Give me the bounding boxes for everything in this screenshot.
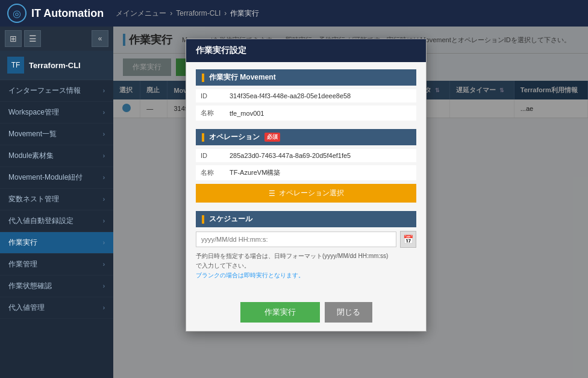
movement-id-label: ID [201,92,225,99]
sidebar-menu: インターフェース情報 › Workspace管理 › Movement一覧 › … [0,80,113,378]
modal-operation-section: オペレーション 必須 ID 285a23d0-7463-447a-8a69-20… [196,129,416,203]
sidebar-item-job-manage[interactable]: 作業管理 › [0,254,113,276]
breadcrumb-sep2: › [224,9,227,17]
app-header: ◎ IT Automation メインメニュー › Terraform-CLI … [0,0,588,27]
breadcrumb-sep1: › [170,9,172,17]
chevron-icon: › [103,261,105,268]
modal-body: 作業実行 Movement ID 314f35ea-f4f3-448e-aa28… [186,62,426,296]
modal-title: 作業実行設定 [186,39,426,62]
chevron-icon: › [103,304,105,311]
required-badge: 必須 [264,133,280,142]
sidebar-collapse-btn[interactable]: « [92,30,108,47]
schedule-note: 予約日時を指定する場合は、日時フォーマット(yyyy/MM/dd HH:mm:s… [196,251,416,280]
schedule-input[interactable] [196,232,396,247]
modal-footer: 作業実行 閉じる [186,296,426,331]
grid-icon-btn[interactable]: ⊞ [5,30,22,47]
section-bar [202,215,204,224]
modal-schedule-section: スケジュール 📅 予約日時を指定する場合は、日時フォーマット(yyyy/MM/d… [196,211,416,280]
breadcrumb-terraform[interactable]: Terraform-CLI [176,9,220,17]
operation-section-header: オペレーション 必須 [196,129,416,145]
logo: ◎ IT Automation [7,4,104,23]
app-title: IT Automation [31,7,104,20]
sidebar-item-movement-module[interactable]: Movement-Module紐付 › [0,167,113,189]
modal-overlay: 作業実行設定 作業実行 Movement ID 314f35ea-f4f3-44… [113,27,588,378]
modal-close-button[interactable]: 閉じる [325,302,372,323]
movement-name-label: 名称 [201,109,225,118]
operation-name-row: 名称 TF-AzureVM構築 [196,165,416,180]
sidebar-item-module[interactable]: Module素材集 › [0,145,113,167]
operation-id-label: ID [201,152,225,159]
chevron-icon: › [103,283,105,289]
sidebar-app-item: TF Terraform-CLI [0,51,113,80]
chevron-icon: › [103,131,105,137]
section-bar [202,133,204,142]
chevron-icon: › [103,196,105,203]
chevron-icon: › [103,109,105,116]
modal-execute-button[interactable]: 作業実行 [240,302,320,323]
sidebar-item-interface[interactable]: インターフェース情報 › [0,80,113,102]
movement-name-row: 名称 tfe_mov001 [196,106,416,121]
breadcrumb: メインメニュー › Terraform-CLI › 作業実行 [116,8,259,19]
schedule-section-header: スケジュール [196,211,416,227]
chevron-icon: › [103,218,105,224]
operation-name-value: TF-AzureVM構築 [230,168,411,177]
operation-id-value: 285a23d0-7463-447a-8a69-20d5f4ef1fe5 [230,152,411,159]
app-name: Terraform-CLI [29,61,81,70]
sidebar-item-substitution-manage[interactable]: 代入値管理 › [0,297,113,319]
list-icon: ☰ [269,189,275,198]
logo-icon: ◎ [7,4,27,23]
chevron-icon: › [103,239,105,246]
movement-section-header: 作業実行 Movement [196,69,416,86]
breadcrumb-current: 作業実行 [230,8,259,19]
list-icon-btn[interactable]: ☰ [24,30,41,47]
movement-id-value: 314f35ea-f4f3-448e-aa28-05e1deee8e58 [230,92,411,99]
movement-name-value: tfe_mov001 [230,110,411,117]
sidebar-item-workspace[interactable]: Workspace管理 › [0,102,113,124]
sidebar-item-movement-list[interactable]: Movement一覧 › [0,124,113,145]
sidebar-item-variable-nest[interactable]: 変数ネスト管理 › [0,189,113,210]
breadcrumb-main[interactable]: メインメニュー [116,8,166,19]
chevron-icon: › [103,87,105,94]
schedule-input-row: 📅 [196,231,416,248]
sidebar-item-execute[interactable]: 作業実行 › [0,232,113,254]
app-icon: TF [7,57,24,74]
calendar-button[interactable]: 📅 [400,231,416,248]
sidebar-top-icons: ⊞ ☰ « [0,27,113,51]
operation-id-row: ID 285a23d0-7463-447a-8a69-20d5f4ef1fe5 [196,149,416,162]
operation-select-button[interactable]: ☰ オペレーション選択 [196,184,416,203]
sidebar: ⊞ ☰ « TF Terraform-CLI インターフェース情報 › Work… [0,27,113,378]
modal-movement-section: 作業実行 Movement ID 314f35ea-f4f3-448e-aa28… [196,69,416,121]
modal-dialog: 作業実行設定 作業実行 Movement ID 314f35ea-f4f3-44… [186,39,427,332]
sidebar-item-substitution[interactable]: 代入値自動登録設定 › [0,210,113,232]
chevron-icon: › [103,153,105,159]
sidebar-item-job-status[interactable]: 作業状態確認 › [0,276,113,297]
chevron-icon: › [103,174,105,181]
operation-name-label: 名称 [201,168,225,177]
movement-id-row: ID 314f35ea-f4f3-448e-aa28-05e1deee8e58 [196,89,416,102]
section-bar [202,74,204,82]
